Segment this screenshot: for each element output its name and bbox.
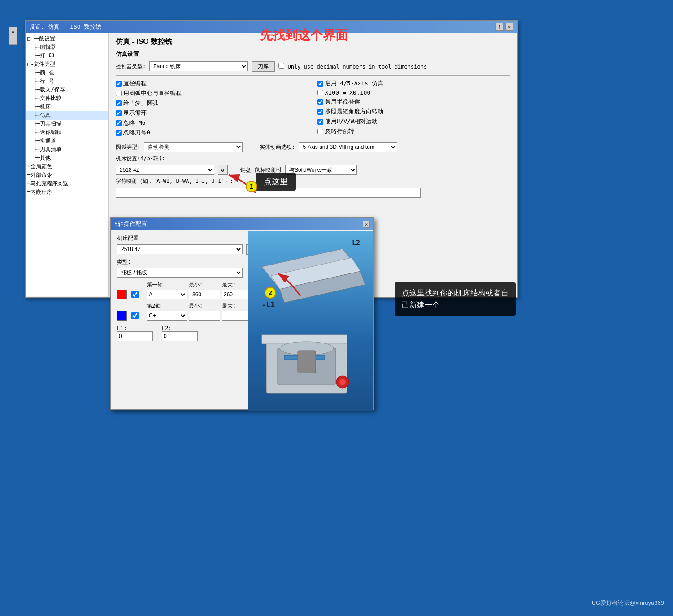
half-comp-checkbox[interactable]	[317, 99, 323, 105]
min-angle-row: 按照最短角度方向转动	[317, 108, 510, 116]
two-col-checkboxes: 直径编程 用圆弧中心与直径编程 给「梦」圆弧 显示循环	[116, 79, 510, 139]
ignore-tool0-row: 忽略刀号0	[116, 129, 308, 137]
l1-input[interactable]	[117, 331, 153, 341]
tree-item-embedded[interactable]: ─内嵌程序	[26, 188, 108, 196]
l1-label: L1:	[117, 325, 153, 331]
scroll-arrow-up: ▲	[12, 29, 14, 34]
arc-type-label: 圆弧类型:	[116, 143, 140, 151]
tree-item-mazak[interactable]: ─马扎克程序浏览	[26, 179, 108, 188]
enable-45-label: 启用 4/5-Axis 仿真	[325, 79, 383, 87]
tree-item-print[interactable]: ├─打 印	[26, 52, 108, 60]
axis1-checkbox[interactable]	[131, 291, 139, 298]
l1-diagram-label: -L1	[262, 300, 275, 309]
enable-45-checkbox[interactable]	[317, 81, 323, 87]
ignore-jump-label: 忽略行跳转	[325, 127, 354, 135]
tree-panel: □-一般设置 ├─编辑器 ├─打 印 □-文件类型 ├─颜 色 ├─行 号 ├─…	[26, 33, 109, 296]
help-button[interactable]: ?	[495, 23, 504, 31]
tree-item-other[interactable]: └─其他	[26, 154, 108, 162]
controller-select[interactable]: Fanuc 铣床	[149, 61, 248, 71]
tree-item-sim[interactable]: ├─仿真	[26, 111, 108, 120]
ignore-tool0-checkbox[interactable]	[116, 130, 122, 136]
arc-center-checkbox[interactable]	[116, 91, 122, 96]
arc-type-select[interactable]: 自动检测	[144, 142, 243, 152]
scroll-indicator[interactable]: ▲	[9, 27, 17, 45]
annotation-2-line2: 己新建一个	[402, 301, 440, 309]
left-checkboxes: 直径编程 用圆弧中心与直径编程 给「梦」圆弧 显示循环	[116, 79, 308, 139]
arc-type-row: 圆弧类型: 自动检测 实体动画选项: 5-Axis and 3D Milling…	[116, 142, 510, 152]
dream-arc-checkbox[interactable]	[116, 100, 122, 106]
axis2-checkbox[interactable]	[131, 312, 139, 319]
titlebar-buttons: ? ✕	[495, 23, 513, 31]
machine-select[interactable]: 2518 4Z	[116, 165, 214, 175]
tree-item-filetypes[interactable]: □-文件类型	[26, 60, 108, 69]
min-label: 最小:	[189, 281, 220, 289]
tree-item-mini[interactable]: ├─迷你编程	[26, 128, 108, 137]
machine-image-area: L2 -L1	[248, 231, 373, 411]
controller-label: 控制器类型:	[116, 63, 146, 70]
machine-setup-row: 机床设置(4/5-轴):	[116, 155, 510, 162]
linear-checkbox[interactable]	[116, 81, 122, 87]
show-cycle-checkbox[interactable]	[116, 110, 122, 116]
decimal-checkbox[interactable]	[278, 63, 284, 69]
l2-label: L2:	[162, 325, 198, 331]
axis1-min-input[interactable]	[189, 290, 220, 299]
linear-label: 直径编程	[123, 79, 147, 87]
l2-input[interactable]	[162, 331, 198, 341]
machine-setup-label: 机床设置(4/5-轴):	[116, 155, 165, 162]
half-comp-row: 禁用半径补偿	[317, 98, 510, 106]
half-comp-label: 禁用半径补偿	[325, 98, 360, 106]
x100-checkbox[interactable]	[317, 90, 323, 95]
watermark: UG爱好者论坛@xinruyu369	[592, 599, 664, 607]
settings-title: 设置: 仿真 - ISO 数控铣	[29, 23, 101, 31]
second-axis-label: 第2轴	[147, 302, 187, 310]
dialog-5axis: 5轴操作配置 ✕ 机床配置 2518 4Z 重命名 删除 增加 类型: 托板 /…	[110, 217, 374, 410]
close-button[interactable]: ✕	[505, 23, 513, 31]
tree-item-editor[interactable]: ├─编辑器	[26, 43, 108, 52]
ignore-m6-checkbox[interactable]	[116, 120, 122, 126]
arc-center-row: 用圆弧中心与直径编程	[116, 89, 308, 97]
axis2-select[interactable]: C+	[147, 311, 187, 321]
l2-group: L2:	[162, 325, 198, 341]
l1-group: L1:	[117, 325, 153, 341]
annotation-arrow-1	[215, 161, 269, 197]
svg-point-8	[339, 379, 346, 385]
tree-item-multichan[interactable]: ├─多通道	[26, 137, 108, 145]
char-map-input-row	[116, 188, 510, 198]
tree-item-color[interactable]: ├─颜 色	[26, 69, 108, 77]
axis2-min-input[interactable]	[189, 311, 220, 321]
dream-arc-label: 给「梦」圆弧	[123, 99, 158, 107]
solid-anim-label: 实体动画选项:	[260, 143, 295, 151]
tree-item-linenum[interactable]: ├─行 号	[26, 77, 108, 86]
axis1-select[interactable]: A-	[147, 290, 187, 299]
svg-rect-10	[298, 351, 316, 373]
dialog-titlebar: 5轴操作配置 ✕	[111, 218, 373, 230]
machine-select-row: 2518 4Z ⚙ 键盘 鼠标映射时 与SolidWorks一致	[116, 165, 510, 175]
machine-config-select[interactable]: 2518 4Z	[117, 244, 243, 254]
x100-label: X100 = X0.100	[325, 89, 371, 96]
x100-row: X100 = X0.100	[317, 89, 510, 96]
tree-item-toollist[interactable]: ├─刀具清单	[26, 145, 108, 154]
uvw-checkbox[interactable]	[317, 119, 323, 125]
type-select[interactable]: 托板 / 托板	[117, 268, 243, 278]
uvw-row: 使用U/V/W相对运动	[317, 117, 510, 126]
axis2-color-box	[117, 311, 127, 321]
tree-item-machine[interactable]: ├─机床	[26, 103, 108, 111]
tree-item-general[interactable]: □-一般设置	[26, 35, 108, 43]
tree-item-toolscan[interactable]: ├─刀具扫描	[26, 120, 108, 128]
annotation-title: 先找到这个界面	[260, 27, 348, 44]
arc-center-label: 用圆弧中心与直径编程	[123, 89, 182, 97]
ignore-jump-checkbox[interactable]	[317, 129, 323, 134]
mouse-select[interactable]: 与SolidWorks一致	[285, 165, 357, 175]
tree-item-extcmd[interactable]: ─外部命令	[26, 171, 108, 179]
tree-item-loadsave[interactable]: ├─载入/保存	[26, 86, 108, 94]
tool-library-button[interactable]: 刀库	[252, 61, 275, 72]
tree-item-globalcolor[interactable]: ─全局颜色	[26, 162, 108, 171]
solid-anim-select[interactable]: 5-Axis and 3D Milling and turn	[299, 142, 397, 152]
char-map-row: 字符映射（如．'A=WB, B=WA, I=J, J=I'）:	[116, 178, 510, 185]
machine-3d-diagram	[253, 312, 369, 402]
section-sim-settings: 仿真设置	[116, 50, 510, 58]
min-angle-checkbox[interactable]	[317, 109, 323, 115]
dialog-close-button[interactable]: ✕	[363, 221, 370, 228]
tree-item-filecompare[interactable]: ├─文件比较	[26, 94, 108, 103]
enable-45-row: 启用 4/5-Axis 仿真	[317, 79, 510, 87]
